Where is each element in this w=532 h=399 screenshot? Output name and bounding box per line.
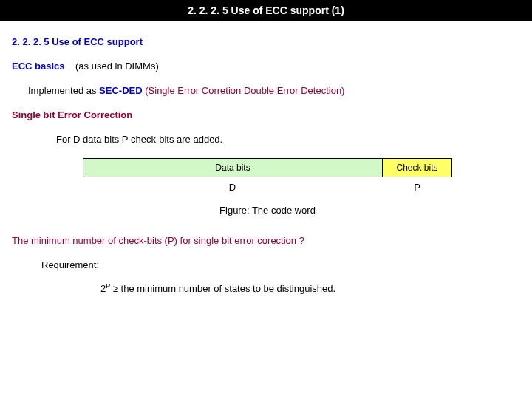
section-title: 2. 2. 2. 5 Use of ECC support (12, 36, 520, 47)
formula-line: 2P ≥ the minimum number of states to be … (100, 282, 520, 294)
implemented-line: Implemented as SEC-DED (Single Error Cor… (28, 85, 520, 96)
impl-prefix: Implemented as (28, 85, 99, 96)
slide: 2. 2. 2. 5 Use of ECC support (1) 2. 2. … (0, 0, 532, 399)
data-bits-cell: Data bits (83, 159, 383, 177)
content-area: 2. 2. 2. 5 Use of ECC support ECC basics… (0, 21, 532, 294)
figure-caption: Figure: The code word (83, 205, 452, 216)
codeword-box: Data bits Check bits (83, 158, 452, 177)
impl-secded: SEC-DED (99, 85, 143, 96)
correction-sentence: For D data bits P check-bits are added. (56, 134, 520, 145)
formula-rest: ≥ the minimum number of states to be dis… (110, 283, 335, 294)
label-D: D (83, 182, 382, 193)
impl-expansion: (Single Error Corretion Double Error Det… (143, 85, 345, 96)
label-P: P (382, 182, 452, 193)
ecc-basics-note: (as used in DIMMs) (75, 61, 159, 72)
question-line: The minimum number of check-bits (P) for… (12, 235, 520, 246)
ecc-basics-label: ECC basics (12, 61, 65, 72)
check-bits-cell: Check bits (383, 159, 451, 177)
figure-wrap: Data bits Check bits D P Figure: The cod… (83, 158, 452, 216)
title-bar: 2. 2. 2. 5 Use of ECC support (1) (0, 0, 532, 21)
codeword-labels: D P (83, 182, 452, 193)
ecc-basics-line: ECC basics (as used in DIMMs) (12, 61, 520, 72)
correction-heading: Single bit Error Correction (12, 109, 520, 120)
title-text: 2. 2. 2. 5 Use of ECC support (1) (188, 4, 344, 16)
requirement-label: Requirement: (41, 259, 520, 270)
